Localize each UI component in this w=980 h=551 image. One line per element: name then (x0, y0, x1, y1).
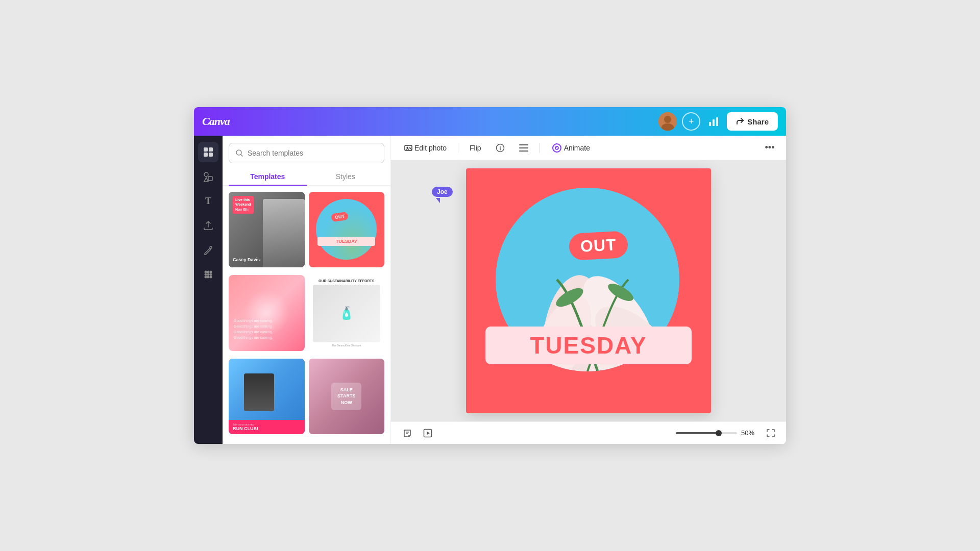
play-icon (423, 429, 432, 438)
flower-background (316, 199, 377, 260)
design-canvas[interactable]: OUT TUESDAY (466, 168, 711, 413)
svg-point-18 (207, 273, 210, 276)
analytics-button[interactable] (705, 113, 722, 130)
svg-rect-4 (713, 119, 715, 126)
svg-point-13 (210, 246, 212, 248)
zoom-label: 50% (741, 429, 760, 437)
good-things-line1: Good things are coming. (234, 318, 300, 323)
good-things-line4: Good things are coming. (234, 335, 300, 340)
svg-rect-5 (716, 117, 718, 126)
svg-rect-11 (208, 177, 212, 181)
template-casey-davis[interactable]: Live this Weekend Nov 6th Casey Davis (229, 192, 305, 268)
out-text-banner: OUT (568, 231, 628, 261)
runner-silhouette (244, 373, 274, 411)
svg-marker-12 (204, 178, 208, 182)
more-options-button[interactable]: ••• (762, 140, 778, 156)
zoom-fill (676, 432, 719, 434)
info-icon (496, 143, 505, 153)
sidebar-item-templates[interactable] (198, 142, 218, 162)
share-label: Share (747, 117, 769, 126)
good-things-line3: Good things are coming. (234, 329, 300, 335)
tab-styles[interactable]: Styles (307, 168, 385, 186)
flip-button[interactable]: Flip (464, 141, 486, 155)
good-things-line2: Good things are coming. (234, 323, 300, 329)
fullscreen-button[interactable] (764, 426, 778, 440)
svg-point-14 (205, 271, 207, 273)
add-button[interactable]: + (682, 112, 700, 131)
text-lines: Good things are coming. Good things are … (234, 318, 300, 341)
run-overlay: Join us on our next RUN CLUB! (229, 420, 305, 434)
canvas-viewport[interactable]: Joe (391, 160, 786, 421)
search-container (223, 136, 390, 168)
sidebar-item-draw[interactable] (198, 240, 218, 260)
more-icon: ••• (765, 142, 775, 153)
svg-rect-30 (519, 151, 528, 152)
canvas-area: Edit photo Flip (391, 136, 786, 444)
svg-rect-7 (209, 147, 213, 152)
svg-point-27 (500, 146, 501, 147)
notes-icon (403, 429, 412, 438)
sale-line3: NOW (337, 399, 355, 406)
svg-rect-3 (709, 122, 711, 126)
top-navigation: Canva + Share (194, 107, 786, 136)
zoom-area: 50% (676, 426, 778, 440)
template-run-club[interactable]: Join us on our next RUN CLUB! (229, 359, 305, 435)
avatar[interactable] (658, 112, 677, 131)
sustainability-image: 🧴 (313, 285, 381, 342)
play-button[interactable] (420, 425, 436, 441)
svg-point-21 (207, 276, 210, 279)
info-button[interactable] (491, 141, 510, 155)
svg-rect-29 (519, 147, 528, 148)
svg-point-15 (207, 271, 210, 273)
circle-background (316, 199, 377, 260)
svg-rect-8 (204, 153, 208, 157)
search-input[interactable] (248, 149, 378, 157)
canva-logo: Canva (202, 115, 230, 128)
sidebar-item-apps[interactable] (198, 264, 218, 285)
template-good-things[interactable]: Good things are coming. Good things are … (229, 275, 305, 351)
event-badge: Live this Weekend Nov 6th (233, 196, 254, 214)
icon-bar: T (194, 136, 223, 444)
animate-label: Animate (564, 144, 590, 152)
sale-line2: STARTS (337, 393, 355, 399)
tuesday-text-banner: TUESDAY (485, 327, 691, 364)
animate-icon (552, 143, 561, 153)
template-out-tuesday[interactable]: OUT TUESDAY (309, 192, 385, 268)
templates-grid: Live this Weekend Nov 6th Casey Davis OU… (223, 186, 390, 444)
share-button[interactable]: Share (727, 112, 778, 131)
person-name: Casey Davis (233, 257, 260, 263)
menu-button[interactable] (514, 142, 533, 154)
svg-rect-28 (519, 144, 528, 145)
flip-label: Flip (470, 144, 481, 152)
sustainability-title: OUR SUSTAINABILITY EFFORTS (313, 279, 381, 283)
tab-templates[interactable]: Templates (229, 168, 307, 186)
svg-point-17 (205, 273, 207, 276)
template-sale[interactable]: SALE STARTS NOW (309, 359, 385, 435)
svg-marker-48 (427, 431, 430, 435)
collaborator-cursor: Joe (432, 187, 453, 203)
notes-button[interactable] (399, 425, 415, 441)
template-sustainability[interactable]: OUR SUSTAINABILITY EFFORTS 🧴 The Senna K… (309, 275, 385, 351)
collaborator-label: Joe (432, 187, 453, 197)
templates-panel: Templates Styles Live this Weekend Nov 6… (223, 136, 391, 444)
menu-icon (519, 144, 528, 152)
svg-point-19 (210, 273, 212, 276)
zoom-slider[interactable] (676, 432, 737, 434)
canvas-bottom-bar: 50% (391, 421, 786, 444)
panel-tabs: Templates Styles (223, 168, 390, 186)
sidebar-item-text[interactable]: T (198, 191, 218, 211)
sidebar-item-elements[interactable] (198, 166, 218, 187)
zoom-thumb[interactable] (716, 430, 722, 436)
sidebar-item-uploads[interactable] (198, 215, 218, 236)
svg-rect-9 (209, 153, 213, 157)
svg-point-25 (407, 146, 408, 148)
canvas-toolbar: Edit photo Flip (391, 136, 786, 160)
badge-line3: Nov 6th (235, 207, 251, 212)
search-box[interactable] (229, 143, 384, 163)
edit-photo-button[interactable]: Edit photo (399, 141, 452, 155)
badge-line2: Weekend (235, 202, 251, 207)
sale-text-box: SALE STARTS NOW (331, 383, 361, 410)
edit-photo-label: Edit photo (414, 144, 447, 152)
animate-button[interactable]: Animate (546, 141, 596, 155)
edit-photo-icon (404, 144, 412, 152)
